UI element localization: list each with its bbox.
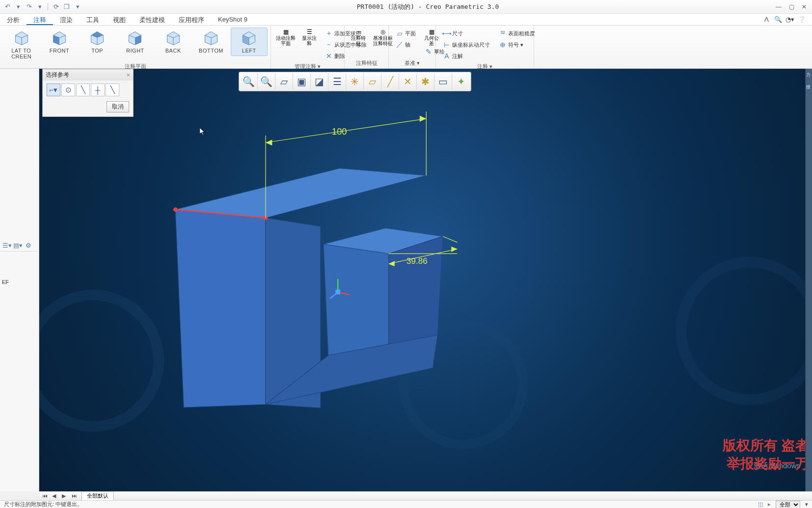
extra-dd-icon[interactable]: ▾ — [73, 2, 82, 11]
select-reference-dialog[interactable]: 选择参考 × ⌐▾ ⊙ ╲ ┼ ╲ 取消 — [42, 69, 134, 117]
next-tab-icon[interactable]: ▶ — [62, 493, 69, 500]
rough-icon: ³² — [499, 29, 507, 37]
redo-dd-icon[interactable]: ▾ — [35, 2, 44, 11]
datum-axis-icon[interactable]: ╱ — [381, 73, 399, 90]
view-left-button[interactable]: LEFT — [231, 28, 268, 56]
dimension-39[interactable]: 39.86 — [406, 256, 428, 266]
title-bar: ↶ ▾ ↷ ▾ ⟳ ❐ ▾ PRT0001 (活动的) - Creo Param… — [0, 0, 812, 14]
status-info-icon[interactable]: ▸ — [768, 501, 771, 508]
windows-icon[interactable]: ❐ — [62, 2, 71, 11]
dimension-100[interactable]: 100 — [332, 126, 347, 137]
minus-icon: － — [325, 41, 333, 49]
prev-tab-icon[interactable]: ◀ — [52, 493, 59, 500]
tab-view[interactable]: 视图 — [106, 14, 133, 25]
saved-views-icon[interactable]: ☰ — [328, 73, 346, 90]
cube-icon — [240, 30, 258, 46]
right-sliver-label-1: 力 — [806, 69, 812, 81]
spin-center-icon[interactable]: ✦ — [452, 73, 470, 90]
selection-filter[interactable]: 全部 — [776, 501, 800, 508]
view-flat-button[interactable]: LAT TO CREEN — [3, 28, 40, 62]
tab-app[interactable]: 应用程序 — [172, 14, 211, 25]
status-more-icon[interactable]: ▾ — [805, 501, 808, 508]
cancel-button[interactable]: 取消 — [107, 101, 129, 113]
collapse-ribbon-icon[interactable]: ᐱ — [762, 15, 771, 24]
first-tab-icon[interactable]: ⏮ — [42, 493, 49, 500]
target-icon: ◎ — [380, 28, 385, 35]
model-viewport[interactable]: 100 39.86 选择参考 × ⌐▾ ⊙ ╲ ┼ ╲ 取消 🔍 � — [39, 69, 812, 491]
pick-point-button[interactable]: ⊙ — [61, 84, 75, 96]
cube-icon — [88, 30, 106, 46]
svg-marker-19 — [175, 209, 266, 407]
minimize-button[interactable]: — — [774, 3, 784, 11]
view-front-button[interactable]: FRONT — [41, 28, 78, 56]
tab-tools[interactable]: 工具 — [80, 14, 106, 25]
dialog-title: 选择参考 — [46, 71, 69, 79]
perspective-icon[interactable]: ◪ — [311, 73, 328, 90]
help-icon[interactable]: ❔ — [797, 15, 806, 24]
model-svg: 100 39.86 — [39, 69, 812, 491]
right-collapsed-panel[interactable]: 力 搜 — [805, 69, 812, 491]
undo-icon[interactable]: ↶ — [3, 2, 12, 11]
tab-flex[interactable]: 柔性建模 — [133, 14, 172, 25]
redo-icon[interactable]: ↷ — [25, 2, 33, 11]
axis-icon: ／ — [396, 41, 404, 49]
folder-icon[interactable]: ▤▾ — [13, 240, 23, 250]
fit-icon[interactable]: ▱ — [275, 73, 293, 90]
pick-line-button[interactable]: ╲ — [106, 84, 119, 96]
show-annot-button[interactable]: ☰显示注释 — [300, 28, 318, 46]
axis-button[interactable]: ／轴 — [394, 40, 418, 50]
maximize-button[interactable]: ▢ — [786, 3, 796, 11]
datum-csys-icon[interactable]: ✱ — [417, 73, 434, 90]
zoom-in-icon[interactable]: 🔍 — [240, 73, 258, 90]
close-button[interactable]: ✕ — [799, 3, 809, 11]
tab-keyshot[interactable]: KeyShot 9 — [211, 14, 254, 25]
cube-icon — [51, 30, 68, 46]
status-geom-icon[interactable]: ◫ — [758, 501, 763, 508]
shade-icon[interactable]: ▣ — [293, 73, 311, 90]
pick-midpoint-button[interactable]: ┼ — [91, 84, 105, 96]
frame-icon: ▦ — [429, 28, 434, 35]
cube-icon — [164, 30, 182, 46]
dim-icon: ⟷ — [443, 29, 451, 37]
regen-icon[interactable]: ⟳ — [52, 2, 60, 11]
plus-icon: ＋ — [325, 29, 333, 37]
tab-render[interactable]: 渲染 — [53, 14, 80, 25]
symbol-button[interactable]: ⊕符号 ▾ — [497, 40, 537, 50]
tab-default[interactable]: 全部默认 — [81, 491, 114, 501]
datum-point-icon[interactable]: ✕ — [399, 73, 417, 90]
svg-point-31 — [173, 207, 178, 212]
tab-annotate[interactable]: 注释 — [27, 14, 53, 25]
navigator-label: EF — [2, 279, 9, 285]
active-plane-button[interactable]: ▦活动注释平面 — [276, 28, 296, 46]
view-back-button[interactable]: BACK — [155, 28, 191, 56]
settings-icon[interactable]: ⚙ — [24, 240, 33, 250]
undo-dd-icon[interactable]: ▾ — [14, 2, 23, 11]
csys-icon[interactable]: ✳ — [346, 73, 364, 90]
zoom-out-icon[interactable]: 🔍 — [258, 73, 275, 90]
ribbon-group-datum[interactable]: 基准 ▾ — [389, 58, 435, 68]
search-icon[interactable]: 🔍 — [774, 15, 783, 24]
note-button[interactable]: A注解 — [441, 51, 492, 61]
tree-icon[interactable]: ☰▾ — [2, 240, 12, 250]
ord-dim-button[interactable]: ⊢纵坐标从动尺寸 — [441, 40, 492, 50]
ribbon-group-feature: 注释特征 — [345, 58, 388, 68]
dimension-button[interactable]: ⟷尺寸 — [441, 28, 492, 38]
svg-point-16 — [39, 295, 159, 426]
dialog-title-bar[interactable]: 选择参考 × — [43, 69, 133, 81]
plane-stack-icon: ▦ — [283, 28, 289, 35]
close-icon[interactable]: × — [126, 71, 130, 79]
view-top-button[interactable]: TOP — [79, 28, 116, 56]
navigator-pane: ☰▾ ▤▾ ⚙ EF — [0, 69, 39, 491]
surf-rough-button[interactable]: ³²表面粗糙度 — [497, 28, 537, 38]
plane-button[interactable]: ▱平面 — [394, 28, 418, 38]
last-tab-icon[interactable]: ⏭ — [72, 493, 79, 500]
view-bottom-button[interactable]: BOTTOM — [192, 28, 229, 56]
options-icon[interactable]: ◔▾ — [785, 15, 794, 24]
pick-tangent-button[interactable]: ╲ — [76, 84, 90, 96]
annot-feature-button[interactable]: ▭注释特征 — [350, 28, 367, 46]
datum-plane-icon[interactable]: ▱ — [364, 73, 381, 90]
view-right-button[interactable]: RIGHT — [117, 28, 154, 56]
tab-analysis[interactable]: 分析 — [0, 14, 27, 25]
annotation-display-icon[interactable]: ▭ — [434, 73, 452, 90]
pick-edge-button[interactable]: ⌐▾ — [47, 84, 60, 96]
